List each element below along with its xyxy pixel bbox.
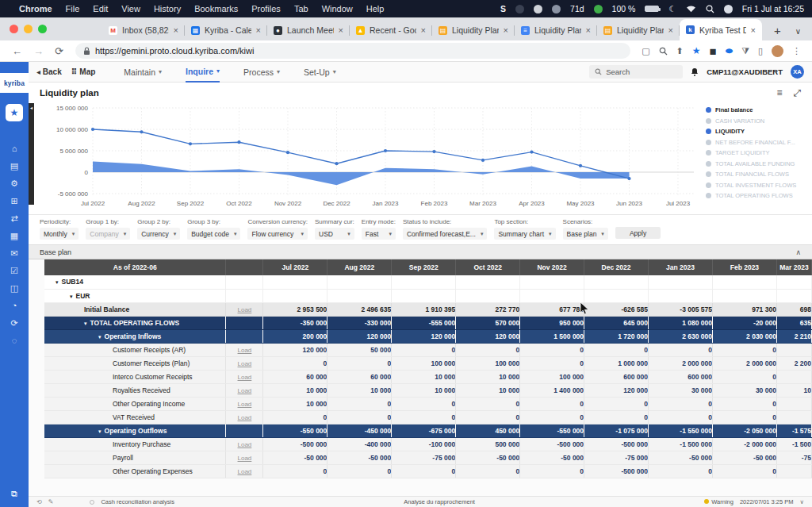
browser-tab[interactable]: kKyriba Test Dat×	[680, 19, 762, 40]
load-link[interactable]: Load	[238, 455, 252, 462]
row-chevron-icon[interactable]: ▾	[98, 428, 102, 434]
apps-icon[interactable]: ⊞	[10, 196, 18, 206]
tab-close-icon[interactable]: ×	[256, 25, 261, 35]
statusbar-left-text[interactable]: Cash reconciliation analysis	[101, 498, 174, 505]
menu-help[interactable]: Help	[366, 4, 385, 13]
globe-app-icon[interactable]	[552, 5, 561, 13]
nav-menu-process[interactable]: Process▾	[243, 62, 280, 83]
battery-app-icon[interactable]	[594, 5, 603, 13]
accounts-icon[interactable]: ◫	[10, 283, 18, 294]
countdown-status[interactable]: 71d	[570, 4, 584, 13]
collapse-section-icon[interactable]: ∧	[795, 248, 801, 256]
dnd-moon-icon[interactable]: ☾	[668, 4, 676, 13]
app-icon[interactable]	[515, 5, 524, 13]
load-link[interactable]: Load	[238, 441, 252, 448]
extensions-puzzle-icon[interactable]: ⧩	[741, 46, 749, 56]
app-search-input[interactable]: Search	[589, 65, 683, 79]
menu-view[interactable]: View	[121, 4, 140, 13]
menu-chrome[interactable]: Chrome	[19, 4, 52, 13]
row-chevron-icon[interactable]: ▾	[98, 334, 102, 340]
row-chevron-icon[interactable]: ▾	[70, 294, 73, 299]
filter-select[interactable]: Monthly▾	[40, 228, 79, 240]
extension-blue-icon[interactable]: ⬬	[726, 46, 733, 56]
row-chevron-icon[interactable]: ▾	[56, 279, 59, 285]
row-chevron-icon[interactable]: ▾	[84, 321, 87, 326]
bookmark-star-icon[interactable]: ★	[692, 45, 701, 56]
legend-item[interactable]: LIQUIDITY	[706, 128, 809, 135]
chrome-menu-icon[interactable]: ⋮	[792, 46, 801, 56]
tasks-icon[interactable]: ☑	[10, 266, 18, 276]
browser-tab[interactable]: ▦Kyriba - Calen×	[185, 20, 267, 40]
status-radio-icon[interactable]	[90, 500, 94, 505]
reports-icon[interactable]: ▤	[10, 161, 18, 171]
mail-icon[interactable]: ✉	[10, 248, 18, 259]
browser-tab[interactable]: ▤Liquidity Planni×	[597, 20, 680, 40]
menu-history[interactable]: History	[154, 4, 181, 13]
s-app-icon[interactable]: S	[500, 4, 506, 13]
chart-collapse-handle[interactable]: ◂	[29, 103, 34, 205]
load-link[interactable]: Load	[238, 401, 252, 408]
menu-file[interactable]: File	[66, 4, 80, 13]
nav-menu-maintain[interactable]: Maintain▾	[124, 62, 162, 83]
nav-menu-inquire[interactable]: Inquire▾	[186, 62, 220, 83]
transfers-icon[interactable]: ⇄	[10, 213, 18, 224]
maximize-window-button[interactable]	[38, 25, 47, 33]
row-label[interactable]: ▾Operating Inflows	[44, 329, 226, 343]
tab-close-icon[interactable]: ×	[504, 25, 508, 35]
map-button[interactable]: ⠿ Map	[71, 67, 96, 76]
tab-close-icon[interactable]: ×	[421, 25, 426, 35]
legend-item[interactable]: NET BEFORE FINANCIAL F...	[706, 139, 809, 146]
menu-window[interactable]: Window	[322, 4, 353, 13]
wifi-icon[interactable]	[686, 5, 696, 13]
filter-select[interactable]: Currency▾	[137, 228, 180, 240]
menu-tab[interactable]: Tab	[294, 4, 308, 13]
filter-select[interactable]: Company▾	[86, 228, 130, 240]
home-icon[interactable]: ⌂	[10, 144, 18, 154]
user-id-label[interactable]: CMP11@XAUDIBERT	[707, 67, 783, 76]
menu-bookmarks[interactable]: Bookmarks	[194, 4, 238, 13]
tab-search-chevron-icon[interactable]: ∨	[789, 27, 807, 40]
favorites-star-icon[interactable]: ★	[6, 104, 23, 121]
apply-button[interactable]: Apply	[615, 227, 661, 239]
row-label[interactable]: ▾Operating Outflows	[44, 424, 226, 437]
filter-select[interactable]: Budget code▾	[187, 228, 240, 240]
legend-item[interactable]: TOTAL OPERATING FLOWS	[706, 192, 809, 199]
filter-select[interactable]: Flow currency▾	[247, 228, 308, 240]
browser-tab[interactable]: ≡Liquidity Plann×	[515, 20, 597, 40]
chrome-profile-avatar[interactable]	[772, 45, 783, 57]
close-window-button[interactable]	[10, 25, 18, 33]
new-tab-button[interactable]: +	[766, 24, 789, 40]
minimize-window-button[interactable]	[24, 25, 33, 33]
nav-menu-setup[interactable]: Set-Up▾	[304, 62, 336, 83]
statusbar-chevron-icon[interactable]: ∨	[800, 498, 805, 505]
omnibox[interactable]: https://gemini.proto.cloud.kyriba.com/ki…	[75, 43, 630, 59]
legend-item[interactable]: TOTAL AVAILABLE FUNDING	[706, 160, 809, 167]
user-switcher-icon[interactable]	[724, 5, 733, 13]
browser-tab[interactable]: ▤Liquidity Planni×	[432, 20, 515, 40]
browser-tab[interactable]: MInbox (58,825)×	[102, 20, 185, 40]
zoom-search-icon[interactable]	[659, 47, 668, 56]
link-icon[interactable]: ◌	[10, 336, 18, 346]
display-icon[interactable]: ⧉	[11, 489, 17, 499]
menu-profiles[interactable]: Profiles	[251, 4, 281, 13]
expand-icon[interactable]: ⤢	[793, 87, 801, 98]
grid-icon[interactable]: ▦	[10, 231, 18, 241]
filter-select[interactable]: Confirmed forecast,E...▾	[403, 228, 487, 240]
load-link[interactable]: Load	[238, 306, 252, 313]
load-link[interactable]: Load	[238, 374, 252, 381]
tab-close-icon[interactable]: ×	[751, 25, 756, 35]
load-link[interactable]: Load	[238, 414, 252, 421]
load-link[interactable]: Load	[238, 468, 252, 475]
app-back-button[interactable]: ◂ Back	[36, 67, 62, 76]
bell-icon[interactable]	[691, 67, 699, 76]
history-icon[interactable]: ⟲	[36, 498, 42, 505]
tab-close-icon[interactable]: ×	[174, 25, 178, 35]
row-label[interactable]: ▾SUB14	[44, 275, 226, 289]
chart-menu-icon[interactable]: ≡	[776, 87, 782, 98]
filter-select[interactable]: Fast▾	[362, 228, 396, 240]
tab-close-icon[interactable]: ×	[668, 25, 673, 35]
back-button[interactable]: ←	[12, 45, 22, 57]
legend-item[interactable]: TOTAL FINANCIAL FLOWS	[706, 171, 809, 178]
settings-icon[interactable]: ⚙	[10, 179, 18, 189]
user-avatar[interactable]: XA	[791, 65, 804, 79]
